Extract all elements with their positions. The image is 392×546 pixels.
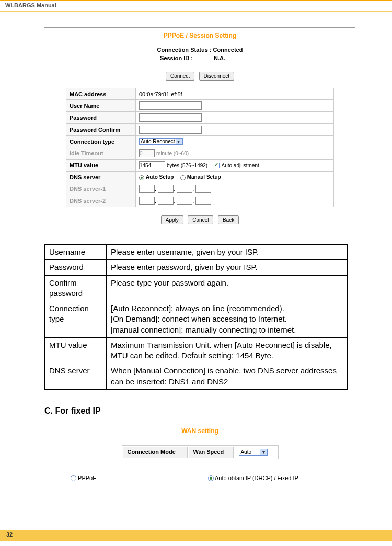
dns1-inputs: . . . — [136, 183, 334, 195]
username-label: User Name — [66, 100, 136, 112]
page-footer: 32 — [0, 530, 392, 541]
table-row: MTU valueMaximum Transmission Unit. when… — [45, 337, 348, 363]
dns-manual-radio[interactable] — [180, 175, 186, 180]
wan-title: WAN setting — [44, 427, 355, 435]
section-heading-c: C. For fixed IP — [44, 406, 355, 416]
dhcp-radio[interactable] — [208, 475, 214, 481]
wan-mode-radios: PPPoE Auto obtain IP (DHCP) / Fixed IP — [44, 475, 355, 482]
mtu-label: MTU value — [66, 160, 136, 172]
def-val: [Auto Reconnect]: always on line (recomm… — [107, 301, 348, 338]
conn-status: Connection Status : Connected — [44, 47, 355, 53]
conn-status-value: Connected — [213, 47, 243, 53]
cancel-button[interactable]: Cancel — [188, 215, 213, 224]
dns1-d[interactable] — [195, 185, 211, 193]
password-label: Password — [66, 112, 136, 124]
def-key: MTU value — [45, 337, 107, 363]
dns2-d[interactable] — [195, 197, 211, 205]
table-row: DNS serverWhen [Manual Connection] is en… — [45, 363, 348, 390]
pppoe-section: PPPoE / Session Setting Connection Statu… — [44, 27, 355, 224]
mac-value: 00:0a:79:81:ef:5f — [136, 88, 334, 100]
conn-status-label: Connection Status : — [157, 47, 212, 53]
doc-header: WLBARGS Manual — [0, 0, 392, 12]
apply-button[interactable]: Apply — [161, 215, 183, 224]
dns-auto-label: Auto Setup — [146, 174, 174, 180]
pppoe-form-table: MAC address 00:0a:79:81:ef:5f User Name … — [66, 88, 334, 207]
pppoe-radio-label: PPPoE — [78, 475, 96, 481]
wan-speed-label: Wan Speed — [189, 447, 234, 458]
def-val: Please type your password again. — [107, 275, 348, 301]
dns-manual-label: Manaul Setup — [187, 174, 221, 180]
idle-unit: minute (0~60) — [156, 151, 189, 156]
session-row: Session ID : N.A. — [44, 55, 355, 61]
password-input[interactable] — [139, 113, 202, 122]
mtu-auto-label: Auto adjustment — [221, 163, 259, 168]
wan-conn-table: Connection Mode Wan Speed Auto — [122, 445, 279, 459]
conntype-label: Connection type — [66, 136, 136, 147]
mtu-auto-checkbox[interactable] — [214, 163, 220, 168]
dns1-a[interactable] — [139, 185, 155, 193]
dns1-label: DNS server-1 — [66, 183, 136, 195]
mtu-input[interactable] — [139, 161, 165, 169]
dns2-inputs: . . . — [136, 195, 334, 207]
dns-label: DNS server — [66, 172, 136, 183]
wan-speed-select[interactable]: Auto — [239, 449, 268, 456]
conn-mode-label: Connection Mode — [123, 447, 188, 458]
mac-label: MAC address — [66, 88, 136, 100]
connect-button[interactable]: Connect — [166, 72, 194, 81]
pppoe-title: PPPoE / Session Setting — [44, 32, 355, 39]
disconnect-button[interactable]: Disconnect — [199, 72, 234, 81]
table-row: PasswordPlease enter password, given by … — [45, 260, 348, 275]
back-button[interactable]: Back — [218, 215, 239, 224]
passconf-label: Password Confirm — [66, 124, 136, 136]
def-key: DNS server — [45, 363, 107, 390]
def-val: When [Manual Connection] is enable, two … — [107, 363, 348, 390]
definition-table: UsernamePlease enter username, given by … — [44, 244, 348, 390]
dns2-c[interactable] — [177, 197, 192, 205]
def-val: Please enter password, given by your ISP… — [107, 260, 348, 275]
dhcp-radio-label: Auto obtain IP (DHCP) / Fixed IP — [215, 475, 298, 481]
doc-title: WLBARGS Manual — [5, 2, 56, 8]
table-row: UsernamePlease enter username, given by … — [45, 245, 348, 260]
def-val: Please enter username, given by your ISP… — [107, 245, 348, 260]
dns1-b[interactable] — [158, 185, 174, 193]
page-number: 32 — [6, 531, 13, 538]
table-row: Connection type[Auto Reconnect]: always … — [45, 301, 348, 338]
def-key: Confirm password — [45, 275, 107, 301]
idle-label: Idle Timeout — [66, 147, 136, 160]
conntype-select[interactable]: Auto Reconect — [139, 138, 183, 145]
dns1-c[interactable] — [177, 185, 192, 193]
session-value: N.A. — [214, 55, 250, 61]
dns2-label: DNS server-2 — [66, 195, 136, 207]
def-val: Maximum Transmission Unit. when [Auto Re… — [107, 337, 348, 363]
dns-auto-radio[interactable] — [139, 175, 144, 180]
passconf-input[interactable] — [139, 126, 202, 134]
table-row: Confirm passwordPlease type your passwor… — [45, 275, 348, 301]
mtu-hint: bytes (576~1492) — [167, 163, 207, 168]
def-key: Connection type — [45, 301, 107, 338]
dns2-b[interactable] — [158, 197, 174, 205]
pppoe-radio[interactable] — [71, 475, 76, 481]
idle-input[interactable] — [139, 149, 155, 157]
username-input[interactable] — [139, 101, 202, 110]
def-key: Password — [45, 260, 107, 275]
dns2-a[interactable] — [139, 197, 155, 205]
def-key: Username — [45, 245, 107, 260]
session-label: Session ID : — [149, 55, 212, 61]
